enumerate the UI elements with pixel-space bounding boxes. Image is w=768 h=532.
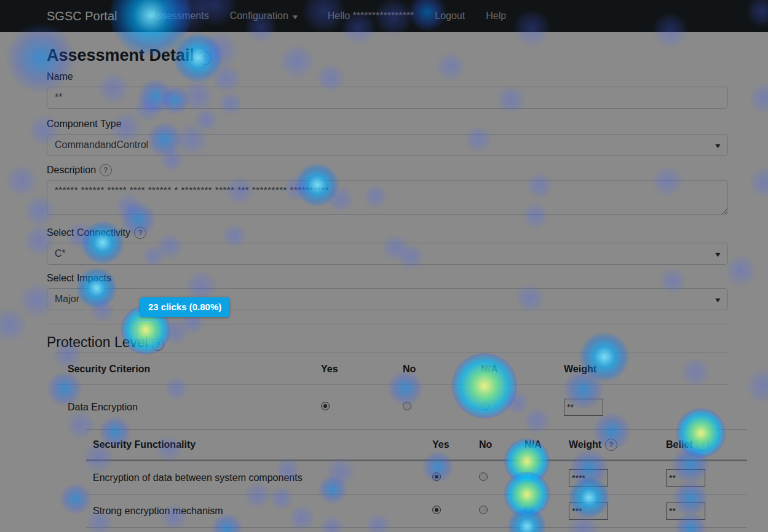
heatmap-blob xyxy=(749,82,768,115)
col-security-functionality: Security Functionality xyxy=(86,439,432,450)
radio-yes[interactable] xyxy=(432,506,441,514)
col-no: No xyxy=(479,439,525,450)
weight-input[interactable] xyxy=(564,399,603,416)
brand-link[interactable]: SGSC Portal xyxy=(47,9,117,23)
protection-level-heading: Protection Level xyxy=(47,333,148,351)
nav-item-assessments[interactable]: Assessments xyxy=(150,10,208,22)
section-divider xyxy=(47,324,728,324)
radio-no[interactable] xyxy=(403,402,411,410)
select-caret-icon: ▼ xyxy=(713,296,722,303)
criteria-table-header: Security Criterion Yes No N/A Weight xyxy=(55,353,729,385)
component-type-selected-value: CommandandControl xyxy=(55,139,148,151)
heatmap-blob xyxy=(745,368,768,403)
description-help-icon[interactable]: ? xyxy=(100,164,112,176)
nav-links: Assessments Configuration▼ Hello *******… xyxy=(150,10,506,22)
criterion-label: Data Encryption xyxy=(55,402,321,413)
connectivity-label: Select Connectivity xyxy=(47,225,130,240)
radio-yes[interactable] xyxy=(321,402,330,410)
col-weight: Weight xyxy=(569,439,601,450)
heatmap-blob xyxy=(749,166,768,199)
impacts-label: Select Impacts xyxy=(47,271,728,286)
col-na: N/A xyxy=(525,439,569,450)
radio-no[interactable] xyxy=(479,472,488,481)
impacts-selected-value: Major xyxy=(55,294,79,305)
belief-help-icon[interactable]: ? xyxy=(697,439,709,451)
col-yes: Yes xyxy=(432,439,479,450)
nav-item-greeting: Hello **************** xyxy=(328,10,414,22)
name-input[interactable] xyxy=(47,87,728,109)
col-security-criterion: Security Criterion xyxy=(55,364,321,375)
nav-item-help[interactable]: Help xyxy=(486,10,506,22)
component-type-label: Component Type xyxy=(47,117,728,131)
main-content: Assessment Detail? Name Component Type C… xyxy=(47,32,728,532)
select-caret-icon: ▼ xyxy=(713,251,722,258)
weight-input[interactable] xyxy=(569,469,608,487)
col-weight: Weight xyxy=(564,364,729,375)
functionality-table: Security Functionality Yes No N/A Weight… xyxy=(86,429,747,532)
connectivity-select[interactable]: C* ▼ xyxy=(47,243,728,265)
criteria-table: Security Criterion Yes No N/A Weight Dat… xyxy=(55,353,729,429)
heatmap-blob xyxy=(6,165,38,197)
functionality-table-header: Security Functionality Yes No N/A Weight… xyxy=(86,429,747,461)
col-yes: Yes xyxy=(321,364,403,375)
connectivity-help-icon[interactable]: ? xyxy=(134,227,146,239)
radio-yes[interactable] xyxy=(432,472,441,481)
page-title-help-icon[interactable]: ? xyxy=(198,52,212,65)
page-title: Assessment Detail xyxy=(47,45,194,66)
radio-no[interactable] xyxy=(479,506,488,514)
protection-level-help-icon[interactable]: ? xyxy=(152,338,164,351)
table-row: Strong encryption mechanism xyxy=(86,494,747,527)
weight-input[interactable] xyxy=(569,503,608,520)
functionality-label: Encryption of data between system compon… xyxy=(86,472,432,483)
col-na: N/A xyxy=(481,364,564,375)
top-navbar: SGSC Portal Assessments Configuration▼ H… xyxy=(0,0,768,32)
table-row: Data Encryption xyxy=(55,385,729,429)
belief-input[interactable] xyxy=(666,503,705,520)
description-label: Description xyxy=(47,163,96,178)
table-row: Encryption of data between system compon… xyxy=(86,461,747,494)
name-label: Name xyxy=(47,69,728,84)
heatmap-blob xyxy=(0,307,27,342)
connectivity-selected-value: C* xyxy=(55,248,66,259)
chevron-down-icon: ▼ xyxy=(291,14,299,20)
col-no: No xyxy=(403,364,481,375)
radio-na[interactable] xyxy=(525,472,533,481)
impacts-select[interactable]: Major ▼ xyxy=(47,288,728,310)
description-textarea[interactable] xyxy=(47,180,728,215)
radio-na[interactable] xyxy=(481,402,489,410)
heatmap-blob xyxy=(725,255,758,288)
belief-input[interactable] xyxy=(666,469,705,487)
weight-help-icon[interactable]: ? xyxy=(605,439,617,451)
nav-item-logout[interactable]: Logout xyxy=(435,10,465,22)
col-belief: Belief xyxy=(666,439,693,450)
table-row: Credentials should not be exposed in the… xyxy=(86,527,747,532)
select-caret-icon: ▼ xyxy=(713,142,722,149)
functionality-label: Strong encryption mechanism xyxy=(86,506,432,517)
nav-item-configuration[interactable]: Configuration▼ xyxy=(230,10,298,22)
radio-na[interactable] xyxy=(525,506,533,514)
component-type-select[interactable]: CommandandControl ▼ xyxy=(47,134,728,156)
nav-item-configuration-label: Configuration xyxy=(230,10,288,21)
